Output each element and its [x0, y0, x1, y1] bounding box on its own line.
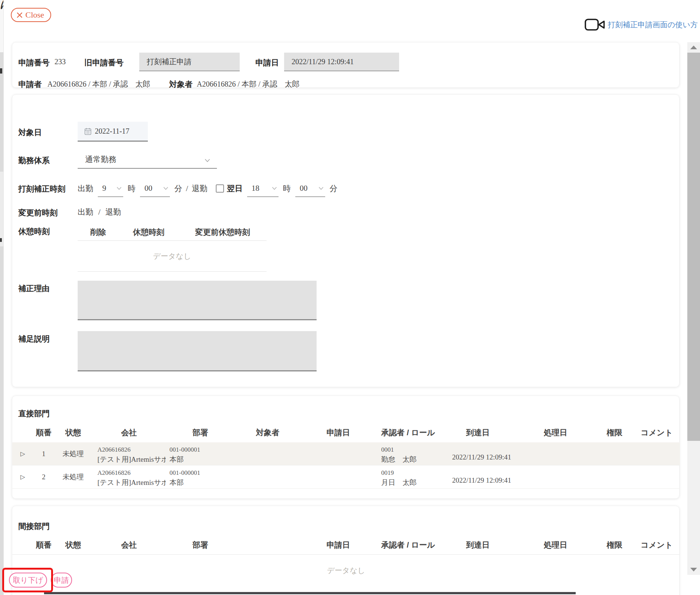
scrollbar-thumb[interactable] — [687, 53, 700, 441]
header-company: 会社 — [92, 540, 166, 550]
clock-out-hour-value: 18 — [252, 184, 259, 193]
applicant-value: A206616826 / 本部 / 承認 太郎 — [47, 79, 150, 89]
break-time-table: 削除 休憩時刻 変更前休憩時刻 データなし — [78, 224, 267, 272]
indirect-table-empty-message: データなし — [12, 555, 680, 586]
next-day-label: 翌日 — [227, 183, 243, 194]
target-person-label: 対象者 — [169, 79, 193, 90]
direct-table-header: 順番 状態 会社 部署 対象者 申請日 承認者 / ロール 到達日 処理日 権限… — [12, 423, 680, 442]
clock-in-label: 出勤 — [78, 183, 93, 194]
next-day-checkbox[interactable] — [216, 184, 224, 193]
company-name: [テスト用]Artemisサポー — [97, 477, 166, 487]
company-name: [テスト用]Artemisサポー — [97, 454, 166, 464]
header-comment: コメント — [634, 427, 680, 438]
status-value: 未処理 — [63, 472, 84, 482]
clock-out-hour-select[interactable]: 18 — [247, 184, 279, 197]
request-no-value: 233 — [55, 57, 66, 66]
department-name: 本部 — [169, 454, 235, 464]
clock-out-minute-value: 00 — [300, 184, 308, 193]
help-link[interactable]: 打刻補正申請画面の使い方 — [608, 20, 698, 30]
approver-code: 0019 — [381, 468, 440, 477]
clock-out-minute-select[interactable]: 00 — [295, 184, 325, 197]
old-request-no-label: 旧申請番号 — [84, 57, 124, 68]
target-date-value: 2022-11-17 — [95, 127, 130, 135]
note-label: 補足説明 — [18, 334, 50, 344]
close-button[interactable]: Close — [11, 8, 51, 22]
reason-label: 補正理由 — [18, 283, 50, 294]
before-change-label: 変更前時刻 — [18, 208, 57, 218]
work-system-select[interactable]: 通常勤務 — [78, 151, 217, 169]
timeclock-correction-request-screen: り Close 打刻補正申請画面の使い方 申請番号 233 旧申請番号 打刻補正… — [0, 0, 700, 595]
clock-in-hour-select[interactable]: 9 — [98, 184, 123, 197]
chevron-down-icon — [163, 185, 168, 191]
company-code: A206616826 — [97, 468, 166, 477]
approver-name: 勤怠 太郎 — [381, 454, 440, 464]
chevron-down-icon — [318, 185, 324, 191]
header-process-date: 処理日 — [516, 540, 595, 550]
background-text-fragment — [0, 68, 2, 74]
withdraw-button[interactable]: 取り下げ — [9, 573, 47, 588]
header-authority: 権限 — [595, 540, 634, 550]
scrollbar-down-button[interactable] — [687, 564, 700, 575]
hour-suffix: 時 — [283, 183, 291, 194]
header-status: 状態 — [54, 540, 92, 550]
header-arrival-date: 到達日 — [440, 427, 516, 438]
help-link-group[interactable]: 打刻補正申請画面の使い方 — [584, 17, 698, 32]
request-type-value: 打刻補正申請 — [147, 57, 192, 67]
minute-suffix: 分 — [174, 183, 182, 194]
header-process-date: 処理日 — [516, 427, 595, 438]
target-date-input[interactable]: 2022-11-17 — [78, 122, 148, 141]
header-comment: コメント — [634, 540, 680, 550]
correction-time-label: 打刻補正時刻 — [18, 184, 65, 194]
arrival-date: 2022/11/29 12:09:41 — [452, 475, 511, 485]
scrollbar-up-button[interactable] — [687, 42, 700, 53]
header-department: 部署 — [166, 540, 235, 550]
approver-code: 0001 — [381, 445, 440, 454]
clock-out-label: 退勤 — [192, 183, 208, 194]
hour-suffix: 時 — [128, 183, 136, 194]
header-apply-date: 申請日 — [301, 540, 376, 550]
arrival-date: 2022/11/29 12:09:41 — [452, 452, 511, 462]
header-authority: 権限 — [595, 427, 634, 438]
header-approver-role: 承認者 / ロール — [376, 427, 440, 438]
indirect-approval-table: 順番 状態 会社 部署 申請日 承認者 / ロール 到達日 処理日 権限 コメン… — [12, 535, 680, 586]
chevron-down-icon — [116, 185, 122, 191]
note-textarea — [78, 331, 317, 371]
correction-time-row: 出勤 9 時 00 分 / 退勤 翌日 18 — [78, 180, 337, 197]
direct-approval-table: 順番 状態 会社 部署 対象者 申請日 承認者 / ロール 到達日 処理日 権限… — [12, 423, 680, 489]
background-segment — [0, 172, 3, 246]
arrow-down-icon — [690, 568, 697, 571]
status-value: 未処理 — [63, 449, 84, 459]
break-table-empty-message: データなし — [78, 241, 267, 272]
expand-row-icon[interactable]: ▷ — [21, 473, 25, 480]
request-type-input: 打刻補正申請 — [139, 53, 240, 71]
request-summary-card: 申請番号 233 旧申請番号 打刻補正申請 申請日 2022/11/29 12:… — [12, 42, 679, 88]
background-page-sliver — [0, 0, 3, 595]
close-button-label: Close — [25, 10, 44, 20]
background-page-edge — [44, 592, 576, 594]
apply-button[interactable]: 申請 — [51, 573, 72, 588]
order-value: 1 — [42, 450, 46, 458]
separator: / — [186, 184, 188, 193]
header-order: 順番 — [33, 540, 54, 550]
reason-textarea — [78, 281, 317, 320]
chevron-down-icon — [272, 185, 277, 191]
chevron-down-icon — [205, 157, 210, 164]
department-name: 本部 — [169, 477, 235, 487]
request-date-input: 2022/11/29 12:09:41 — [284, 53, 399, 71]
break-time-label: 休憩時刻 — [18, 226, 50, 237]
indirect-table-header: 順番 状態 会社 部署 申請日 承認者 / ロール 到達日 処理日 権限 コメン… — [12, 535, 680, 555]
header-approver-role: 承認者 / ロール — [376, 540, 440, 550]
request-date-label: 申請日 — [255, 57, 279, 68]
table-row: ▷ 2 未処理 A206616826 [テスト用]Artemisサポー 001-… — [12, 465, 680, 489]
clock-in-minute-select[interactable]: 00 — [140, 184, 170, 197]
scrollbar[interactable] — [687, 42, 700, 575]
header-order: 順番 — [33, 427, 54, 438]
minute-suffix: 分 — [330, 183, 337, 194]
company-code: A206616826 — [97, 445, 166, 454]
order-value: 2 — [42, 473, 46, 481]
break-header-before: 変更前休憩時刻 — [178, 227, 267, 237]
close-icon — [16, 12, 23, 18]
arrow-up-icon — [690, 46, 697, 49]
applicant-label: 申請者 — [18, 79, 42, 90]
expand-row-icon[interactable]: ▷ — [21, 450, 25, 457]
